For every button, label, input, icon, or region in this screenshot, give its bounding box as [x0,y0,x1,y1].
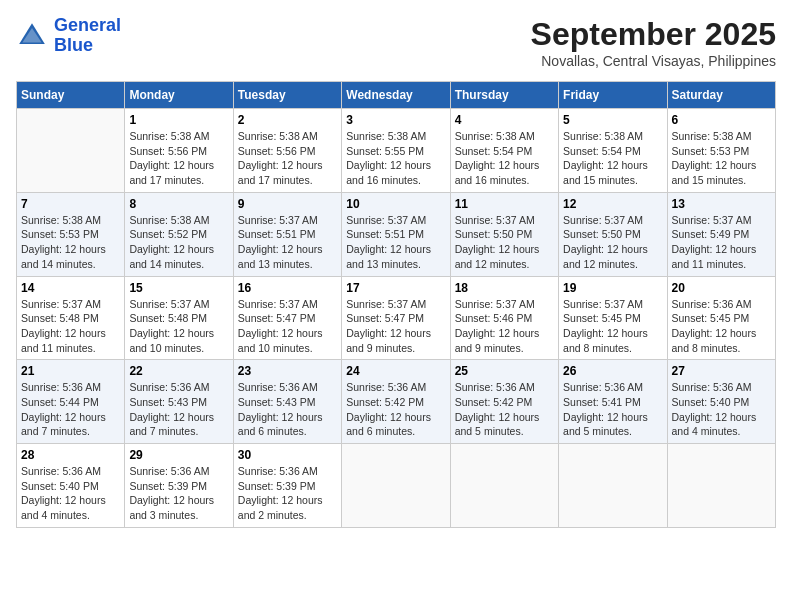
day-info: Sunrise: 5:38 AM Sunset: 5:56 PM Dayligh… [238,129,337,188]
day-info: Sunrise: 5:37 AM Sunset: 5:51 PM Dayligh… [238,213,337,272]
day-info: Sunrise: 5:36 AM Sunset: 5:44 PM Dayligh… [21,380,120,439]
day-info: Sunrise: 5:36 AM Sunset: 5:42 PM Dayligh… [455,380,554,439]
day-number: 23 [238,364,337,378]
day-number: 1 [129,113,228,127]
calendar-cell: 6Sunrise: 5:38 AM Sunset: 5:53 PM Daylig… [667,109,775,193]
day-number: 17 [346,281,445,295]
day-number: 16 [238,281,337,295]
calendar-cell: 23Sunrise: 5:36 AM Sunset: 5:43 PM Dayli… [233,360,341,444]
day-info: Sunrise: 5:38 AM Sunset: 5:55 PM Dayligh… [346,129,445,188]
calendar-cell: 17Sunrise: 5:37 AM Sunset: 5:47 PM Dayli… [342,276,450,360]
day-number: 2 [238,113,337,127]
calendar-cell: 1Sunrise: 5:38 AM Sunset: 5:56 PM Daylig… [125,109,233,193]
day-number: 24 [346,364,445,378]
day-number: 10 [346,197,445,211]
calendar-cell: 26Sunrise: 5:36 AM Sunset: 5:41 PM Dayli… [559,360,667,444]
day-info: Sunrise: 5:37 AM Sunset: 5:47 PM Dayligh… [238,297,337,356]
day-number: 3 [346,113,445,127]
day-number: 27 [672,364,771,378]
page-header: General Blue September 2025 Novallas, Ce… [16,16,776,69]
calendar-cell: 21Sunrise: 5:36 AM Sunset: 5:44 PM Dayli… [17,360,125,444]
day-info: Sunrise: 5:36 AM Sunset: 5:40 PM Dayligh… [21,464,120,523]
day-info: Sunrise: 5:37 AM Sunset: 5:51 PM Dayligh… [346,213,445,272]
weekday-header-sunday: Sunday [17,82,125,109]
calendar-cell: 10Sunrise: 5:37 AM Sunset: 5:51 PM Dayli… [342,192,450,276]
calendar-week-row: 7Sunrise: 5:38 AM Sunset: 5:53 PM Daylig… [17,192,776,276]
day-number: 4 [455,113,554,127]
day-number: 21 [21,364,120,378]
calendar-cell: 11Sunrise: 5:37 AM Sunset: 5:50 PM Dayli… [450,192,558,276]
calendar-header-row: SundayMondayTuesdayWednesdayThursdayFrid… [17,82,776,109]
day-number: 11 [455,197,554,211]
calendar-cell [450,444,558,528]
day-number: 8 [129,197,228,211]
day-info: Sunrise: 5:38 AM Sunset: 5:53 PM Dayligh… [21,213,120,272]
day-number: 7 [21,197,120,211]
day-info: Sunrise: 5:37 AM Sunset: 5:49 PM Dayligh… [672,213,771,272]
calendar-cell: 30Sunrise: 5:36 AM Sunset: 5:39 PM Dayli… [233,444,341,528]
day-number: 14 [21,281,120,295]
weekday-header-wednesday: Wednesday [342,82,450,109]
day-info: Sunrise: 5:37 AM Sunset: 5:46 PM Dayligh… [455,297,554,356]
calendar-cell: 2Sunrise: 5:38 AM Sunset: 5:56 PM Daylig… [233,109,341,193]
logo-line1: General [54,15,121,35]
day-info: Sunrise: 5:38 AM Sunset: 5:56 PM Dayligh… [129,129,228,188]
day-number: 26 [563,364,662,378]
day-number: 5 [563,113,662,127]
weekday-header-saturday: Saturday [667,82,775,109]
day-number: 19 [563,281,662,295]
day-number: 30 [238,448,337,462]
logo-icon [16,20,48,52]
calendar-cell: 18Sunrise: 5:37 AM Sunset: 5:46 PM Dayli… [450,276,558,360]
weekday-header-thursday: Thursday [450,82,558,109]
calendar-body: 1Sunrise: 5:38 AM Sunset: 5:56 PM Daylig… [17,109,776,528]
day-info: Sunrise: 5:36 AM Sunset: 5:43 PM Dayligh… [129,380,228,439]
calendar-cell: 12Sunrise: 5:37 AM Sunset: 5:50 PM Dayli… [559,192,667,276]
day-info: Sunrise: 5:38 AM Sunset: 5:52 PM Dayligh… [129,213,228,272]
day-number: 22 [129,364,228,378]
calendar-cell: 3Sunrise: 5:38 AM Sunset: 5:55 PM Daylig… [342,109,450,193]
day-number: 12 [563,197,662,211]
calendar-cell: 4Sunrise: 5:38 AM Sunset: 5:54 PM Daylig… [450,109,558,193]
calendar-week-row: 21Sunrise: 5:36 AM Sunset: 5:44 PM Dayli… [17,360,776,444]
calendar-cell: 7Sunrise: 5:38 AM Sunset: 5:53 PM Daylig… [17,192,125,276]
calendar-cell: 22Sunrise: 5:36 AM Sunset: 5:43 PM Dayli… [125,360,233,444]
calendar-cell [342,444,450,528]
calendar-week-row: 1Sunrise: 5:38 AM Sunset: 5:56 PM Daylig… [17,109,776,193]
title-block: September 2025 Novallas, Central Visayas… [531,16,776,69]
day-info: Sunrise: 5:36 AM Sunset: 5:43 PM Dayligh… [238,380,337,439]
calendar-cell: 19Sunrise: 5:37 AM Sunset: 5:45 PM Dayli… [559,276,667,360]
day-info: Sunrise: 5:37 AM Sunset: 5:48 PM Dayligh… [129,297,228,356]
location-subtitle: Novallas, Central Visayas, Philippines [531,53,776,69]
calendar-cell: 29Sunrise: 5:36 AM Sunset: 5:39 PM Dayli… [125,444,233,528]
calendar-table: SundayMondayTuesdayWednesdayThursdayFrid… [16,81,776,528]
day-number: 28 [21,448,120,462]
calendar-cell: 28Sunrise: 5:36 AM Sunset: 5:40 PM Dayli… [17,444,125,528]
day-info: Sunrise: 5:36 AM Sunset: 5:41 PM Dayligh… [563,380,662,439]
calendar-week-row: 28Sunrise: 5:36 AM Sunset: 5:40 PM Dayli… [17,444,776,528]
calendar-cell: 14Sunrise: 5:37 AM Sunset: 5:48 PM Dayli… [17,276,125,360]
day-info: Sunrise: 5:37 AM Sunset: 5:50 PM Dayligh… [563,213,662,272]
day-number: 25 [455,364,554,378]
day-info: Sunrise: 5:37 AM Sunset: 5:45 PM Dayligh… [563,297,662,356]
calendar-cell: 24Sunrise: 5:36 AM Sunset: 5:42 PM Dayli… [342,360,450,444]
logo: General Blue [16,16,121,56]
calendar-cell: 8Sunrise: 5:38 AM Sunset: 5:52 PM Daylig… [125,192,233,276]
calendar-cell: 15Sunrise: 5:37 AM Sunset: 5:48 PM Dayli… [125,276,233,360]
calendar-cell: 13Sunrise: 5:37 AM Sunset: 5:49 PM Dayli… [667,192,775,276]
day-info: Sunrise: 5:37 AM Sunset: 5:48 PM Dayligh… [21,297,120,356]
day-number: 9 [238,197,337,211]
day-number: 20 [672,281,771,295]
day-number: 29 [129,448,228,462]
logo-text: General Blue [54,16,121,56]
calendar-cell [667,444,775,528]
calendar-cell [559,444,667,528]
calendar-cell: 25Sunrise: 5:36 AM Sunset: 5:42 PM Dayli… [450,360,558,444]
day-info: Sunrise: 5:37 AM Sunset: 5:50 PM Dayligh… [455,213,554,272]
day-info: Sunrise: 5:36 AM Sunset: 5:39 PM Dayligh… [238,464,337,523]
calendar-week-row: 14Sunrise: 5:37 AM Sunset: 5:48 PM Dayli… [17,276,776,360]
day-info: Sunrise: 5:38 AM Sunset: 5:53 PM Dayligh… [672,129,771,188]
calendar-cell: 5Sunrise: 5:38 AM Sunset: 5:54 PM Daylig… [559,109,667,193]
day-number: 18 [455,281,554,295]
month-title: September 2025 [531,16,776,53]
